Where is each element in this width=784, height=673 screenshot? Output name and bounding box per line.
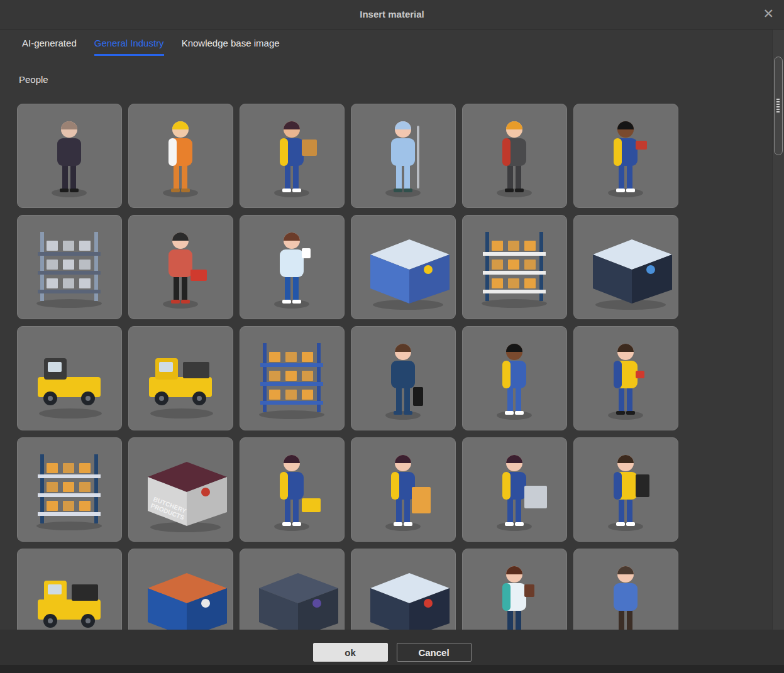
material-thumbnail-pallet-jack-worker[interactable] <box>240 437 345 542</box>
thumbnail-illustration <box>351 438 455 541</box>
thumbnail-illustration <box>351 327 455 430</box>
thumbnail-illustration <box>574 438 678 541</box>
thumbnail-illustration <box>574 327 678 430</box>
thumbnail-illustration <box>18 216 121 319</box>
material-thumbnail-worker-carrying-device[interactable] <box>573 437 678 542</box>
material-thumbnail-forklift[interactable] <box>17 326 122 430</box>
scrollbar-track[interactable] <box>772 30 784 630</box>
material-thumbnail-warehouse-racks-picker[interactable] <box>240 326 345 430</box>
thumbnail-illustration <box>463 438 566 541</box>
thumbnail-illustration <box>574 104 678 207</box>
material-thumbnail-3d-printer-operator[interactable] <box>573 215 678 319</box>
cancel-button[interactable]: Cancel <box>397 643 472 662</box>
close-icon[interactable]: ✕ <box>763 6 774 22</box>
thumbnail-illustration <box>351 216 455 319</box>
material-thumbnail-shopper-woman-basket[interactable] <box>128 215 233 319</box>
material-thumbnail-tow-tractor-driver[interactable] <box>128 326 233 430</box>
dialog-title: Insert material <box>0 0 784 29</box>
tab-knowledge-base-image[interactable]: Knowledge base image <box>182 38 280 56</box>
thumbnail-illustration <box>18 438 121 541</box>
thumbnail-illustration <box>129 104 233 207</box>
material-grid: BUTCHERYPRODUCTS <box>17 104 681 673</box>
thumbnail-illustration <box>240 104 344 207</box>
material-thumbnail-businessman-standing[interactable] <box>462 104 567 208</box>
thumbnail-illustration <box>463 327 566 430</box>
material-thumbnail-construction-worker[interactable] <box>128 104 233 208</box>
insert-material-dialog: Insert material ✕ AI-generatedGeneral In… <box>0 0 784 673</box>
thumbnail-illustration <box>463 104 566 207</box>
scrollbar-grip-icon <box>776 99 780 112</box>
material-thumbnail-man-suit-pointing[interactable] <box>17 104 122 208</box>
tab-general-industry[interactable]: General Industry <box>94 38 164 56</box>
material-thumbnail-butchery-counter[interactable]: BUTCHERYPRODUCTS <box>128 437 233 542</box>
tab-bar: AI-generatedGeneral IndustryKnowledge ba… <box>22 38 280 56</box>
thumbnail-illustration <box>18 104 121 207</box>
thumbnail-illustration <box>129 216 233 319</box>
material-thumbnail-pallet-truck-boxes[interactable] <box>351 437 456 542</box>
thumbnail-illustration <box>463 216 566 319</box>
thumbnail-illustration <box>351 104 455 207</box>
material-thumbnail-warehouse-shelf-worker[interactable] <box>462 215 567 319</box>
material-thumbnail-worker-pushing-cart[interactable] <box>462 437 567 542</box>
material-thumbnail-pregnant-woman-recliner[interactable] <box>351 215 456 319</box>
bottom-strip <box>0 665 784 673</box>
material-thumbnail-worker-red-tool[interactable] <box>573 326 678 430</box>
thumbnail-illustration <box>240 327 344 430</box>
material-thumbnail-woman-phone-clipboard[interactable] <box>573 104 678 208</box>
thumbnail-illustration <box>574 216 678 319</box>
material-thumbnail-conveyor-line-workers[interactable] <box>17 215 122 319</box>
thumbnail-illustration <box>129 327 233 430</box>
material-thumbnail-shelf-boxes-trolley[interactable] <box>17 437 122 542</box>
material-thumbnail-nurse-writing[interactable] <box>240 215 345 319</box>
material-thumbnail-businesswoman-luggage[interactable] <box>351 326 456 430</box>
section-label-people: People <box>19 74 48 85</box>
material-thumbnail-worker-carrying-box[interactable] <box>240 104 345 208</box>
thumbnail-illustration <box>240 216 344 319</box>
thumbnail-illustration <box>240 438 344 541</box>
material-thumbnail-worker-standing[interactable] <box>462 326 567 430</box>
dialog-header: Insert material ✕ <box>0 0 784 30</box>
thumbnail-illustration <box>18 327 121 430</box>
material-thumbnail-cleanroom-woman[interactable] <box>351 104 456 208</box>
scrollbar-thumb[interactable] <box>774 57 783 155</box>
ok-button[interactable]: ok <box>313 643 388 662</box>
thumbnail-illustration: BUTCHERYPRODUCTS <box>129 438 233 541</box>
tab-ai-generated[interactable]: AI-generated <box>22 38 77 56</box>
